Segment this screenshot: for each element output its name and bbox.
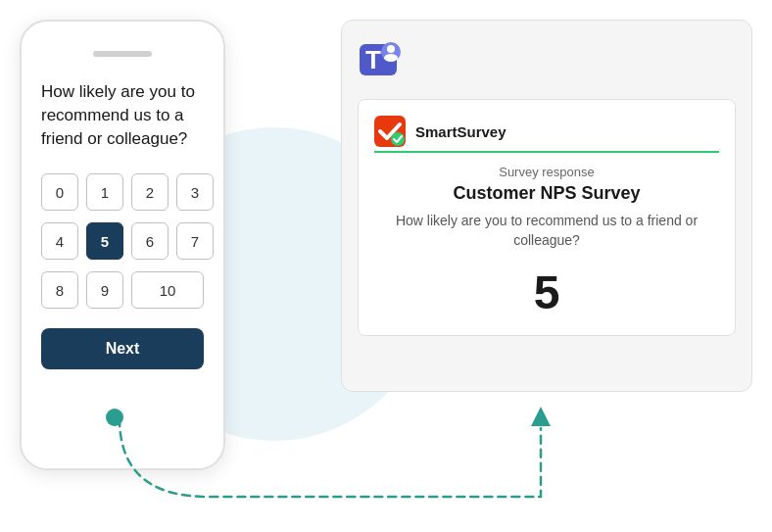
number-grid-row1: 0 1 2 3 <box>41 173 204 211</box>
svg-point-3 <box>387 45 395 53</box>
number-btn-5[interactable]: 5 <box>86 222 123 260</box>
phone-question-text: How likely are you to recommend us to a … <box>41 80 204 150</box>
number-grid-row2: 4 5 6 7 <box>41 222 204 260</box>
number-grid-row3: 8 9 10 <box>41 271 204 309</box>
svg-marker-7 <box>531 407 551 426</box>
number-btn-2[interactable]: 2 <box>131 173 169 211</box>
number-btn-9[interactable]: 9 <box>86 271 123 309</box>
survey-name: Customer NPS Survey <box>374 183 719 204</box>
number-btn-7[interactable]: 7 <box>176 222 214 260</box>
number-btn-0[interactable]: 0 <box>41 173 78 211</box>
svg-text:T: T <box>365 45 381 74</box>
smartsurvey-logo-icon <box>374 116 406 147</box>
svg-point-4 <box>384 54 398 62</box>
teams-logo-icon: T <box>358 36 405 83</box>
number-btn-4[interactable]: 4 <box>41 222 78 260</box>
number-btn-6[interactable]: 6 <box>131 222 169 260</box>
phone-notch <box>93 51 152 57</box>
green-separator <box>374 151 719 153</box>
survey-answer: 5 <box>374 266 719 319</box>
survey-notification-card: SmartSurvey Survey response Customer NPS… <box>358 99 736 336</box>
survey-question: How likely are you to recommend us to a … <box>374 212 719 250</box>
connection-dot <box>106 409 123 426</box>
number-btn-3[interactable]: 3 <box>176 173 214 211</box>
next-button[interactable]: Next <box>41 328 204 369</box>
number-btn-1[interactable]: 1 <box>86 173 123 211</box>
survey-card-header: SmartSurvey <box>374 116 719 147</box>
teams-card: T SmartSurvey Survey response Custo <box>341 20 752 392</box>
dashed-arrow <box>110 399 560 516</box>
smartsurvey-title: SmartSurvey <box>415 123 719 140</box>
teams-header: T <box>358 36 736 83</box>
number-btn-8[interactable]: 8 <box>41 271 78 309</box>
survey-response-label: Survey response <box>374 165 719 179</box>
number-btn-10[interactable]: 10 <box>131 271 204 309</box>
